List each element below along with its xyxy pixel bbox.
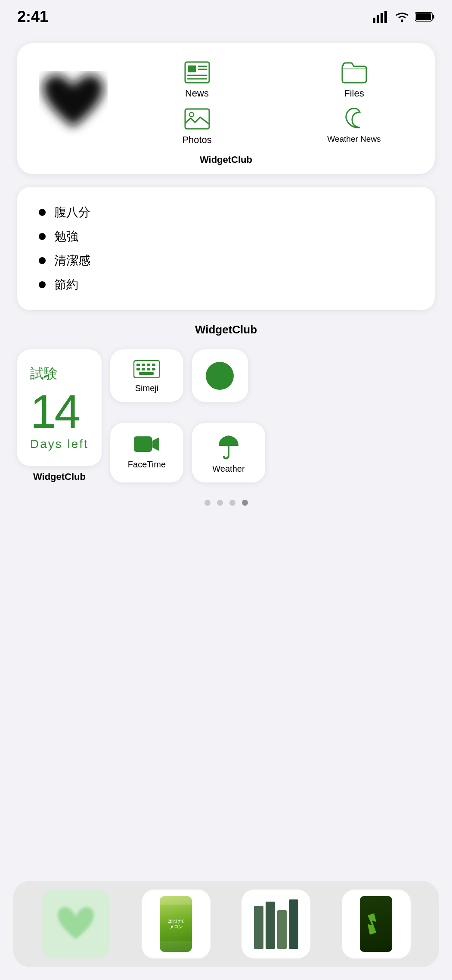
moon-icon [344,108,365,130]
svg-rect-14 [185,109,209,129]
hajike-can-text: はじけてメロン [166,917,186,931]
photos-label: Photos [182,134,212,146]
dock-item-heart[interactable] [41,890,110,958]
bullet-dot [39,257,46,264]
svg-rect-6 [433,15,434,19]
heart-icon [39,71,108,136]
svg-rect-2 [381,13,383,23]
bullet-dot [39,281,46,288]
svg-rect-1 [377,15,379,23]
weather-news-label: Weather News [327,134,381,144]
battery-icon [415,12,435,22]
wifi-icon [394,11,410,23]
app-icon-weather-news[interactable]: Weather News [282,108,426,146]
app-icon-simeji[interactable]: Simeji [110,349,183,402]
dock-item-hajike[interactable]: はじけてメロン [142,890,211,958]
svg-rect-23 [147,368,150,370]
svg-point-4 [401,20,403,22]
section-label: WidgetClub [17,323,435,336]
main-content: News Files [0,30,452,527]
svg-rect-22 [142,368,145,370]
page-dot-2 [217,500,223,506]
green-status-dot [206,362,234,390]
page-dot-1 [204,500,211,506]
app-icon-facetime[interactable]: FaceTime [110,423,183,482]
simeji-row: Simeji [110,349,265,402]
files-icon [341,61,368,84]
bullet-text-4: 節約 [54,277,78,293]
app-icons-grid: News Files [121,61,426,146]
countdown-number: 14 [30,388,78,435]
bullet-widget: 腹八分 勉強 清潔感 節約 [17,187,435,310]
dock-item-monster[interactable] [342,890,411,958]
heart-avatar [26,56,121,151]
bullet-text-2: 勉強 [54,228,78,245]
news-label: News [185,88,209,99]
facetime-label: FaceTime [128,460,166,470]
signal-icon [373,11,389,23]
books-stack-icon [254,899,298,949]
svg-rect-7 [416,13,431,20]
keyboard-icon [133,360,160,378]
monster-can-icon [360,896,392,952]
bullet-text-3: 清潔感 [54,252,90,269]
page-dot-3 [229,500,235,506]
camera-icon [133,434,160,454]
svg-point-15 [189,112,194,117]
status-bar: 2:41 [0,0,452,30]
status-icons [373,11,435,23]
files-label: Files [344,88,364,99]
bottom-app-row: FaceTime Weather [110,423,265,482]
app-icon-photos[interactable]: Photos [125,108,269,146]
svg-rect-9 [188,65,196,72]
page-dot-4 [242,500,248,506]
svg-rect-26 [134,436,152,452]
dock-heart-icon [54,904,97,945]
countdown-wc-label: WidgetClub [33,471,86,482]
list-item: 清潔感 [39,252,413,269]
simeji-label: Simeji [135,383,158,393]
weather-label: Weather [212,464,245,474]
bullet-dot [39,233,46,240]
list-item: 腹八分 [39,204,413,221]
svg-rect-19 [147,364,150,366]
svg-rect-18 [142,364,145,366]
countdown-title: 試験 [30,364,58,383]
news-icon [184,61,210,84]
right-icons-stack: Simeji FaceTime [110,349,265,482]
dock: はじけてメロン [13,881,439,967]
dock-item-books[interactable] [241,890,310,958]
countdown-row: 試験 14 Days left WidgetClub [17,349,435,482]
status-time: 2:41 [17,8,48,26]
bullet-list: 腹八分 勉強 清潔感 節約 [39,204,413,293]
svg-rect-3 [384,11,387,23]
countdown-sublabel: Days left [30,437,89,451]
countdown-widget: 試験 14 Days left [17,349,102,466]
bullet-dot [39,209,46,216]
svg-rect-0 [373,18,375,23]
top-widget-label: WidgetClub [26,154,426,165]
app-icon-weather[interactable]: Weather [192,423,265,482]
svg-rect-20 [152,364,155,366]
photos-icon [184,108,211,130]
app-icon-news[interactable]: News [125,61,269,99]
svg-rect-24 [152,368,155,370]
list-item: 節約 [39,277,413,293]
app-icon-files[interactable]: Files [282,61,426,99]
list-item: 勉強 [39,228,413,245]
bullet-text-1: 腹八分 [54,204,90,221]
page-dots [17,500,435,506]
svg-rect-17 [136,364,140,366]
svg-rect-25 [139,372,154,375]
svg-rect-21 [136,368,140,370]
umbrella-icon [217,434,240,459]
green-dot-widget [192,349,248,402]
